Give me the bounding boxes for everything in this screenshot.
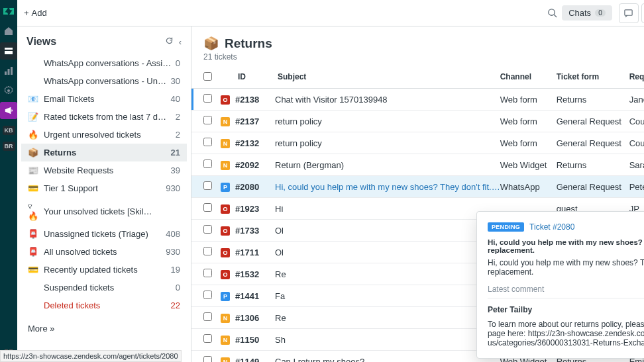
status-tag: O [221, 226, 230, 236]
collapse-icon[interactable]: ‹ [179, 37, 182, 47]
rail-badge-kb[interactable]: KB [3, 126, 15, 135]
view-icon: 📮 [28, 247, 40, 257]
ticket-channel: Web form [500, 95, 557, 105]
view-item[interactable]: 📧Email Tickets40 [21, 90, 187, 108]
conversations-icon[interactable] [619, 3, 639, 23]
view-icon: 📧 [28, 94, 40, 104]
status-tag: P [221, 183, 230, 192]
ticket-subject: Can I return my shoes? [275, 357, 500, 363]
campaign-icon[interactable] [0, 102, 17, 119]
ticket-row[interactable]: N#2132return policyWeb formGeneral Reque… [191, 132, 644, 154]
chats-pill[interactable]: Chats 0 [562, 5, 612, 21]
view-icon: 💳 [28, 183, 40, 193]
view-icon: ▿ 🔥 [28, 201, 40, 221]
view-item[interactable]: 📰Website Requests39 [21, 161, 187, 179]
ticket-id: #1532 [235, 269, 275, 279]
ticket-form: General Request [557, 138, 629, 148]
svg-rect-3 [8, 69, 10, 75]
home-icon[interactable] [0, 23, 17, 40]
status-tag: N [221, 139, 230, 148]
ticket-id: #1441 [235, 291, 275, 301]
svg-rect-4 [11, 67, 13, 75]
col-id[interactable]: ID [238, 72, 278, 83]
view-item[interactable]: Deleted tickets22 [21, 296, 187, 314]
ticket-preview-popover: PENDING Ticket #2080 Hi, could you help … [476, 211, 644, 359]
ticket-row[interactable]: N#2092Return (Bergman)Web WidgetReturnsS… [191, 154, 644, 176]
ticket-channel: Web form [500, 138, 557, 148]
status-tag: O [221, 270, 230, 279]
view-count: 408 [166, 229, 180, 239]
view-item[interactable]: 💳Recently updated tickets19 [21, 261, 187, 279]
row-checkbox[interactable] [203, 247, 212, 255]
ticket-subject: Fa [275, 291, 500, 301]
row-checkbox[interactable] [203, 203, 212, 212]
row-checkbox[interactable] [203, 159, 212, 168]
view-icon: 💳 [28, 265, 40, 275]
popover-subject: Hi, could you help me with my new shoes?… [488, 238, 644, 254]
svg-rect-1 [5, 51, 13, 54]
admin-icon[interactable] [0, 82, 17, 99]
search-icon[interactable] [542, 3, 562, 23]
view-item[interactable]: 📮Unassigned tickets (Triage)408 [21, 225, 187, 243]
ticket-row[interactable]: N#2137return policyWeb formGeneral Reque… [191, 111, 644, 132]
ticket-subject: Hi [275, 204, 500, 214]
ticket-subject: return policy [275, 116, 500, 126]
view-icon: 🔥 [28, 130, 40, 140]
row-checkbox[interactable] [203, 181, 212, 190]
row-checkbox[interactable] [203, 116, 212, 124]
view-item[interactable]: 📝Rated tickets from the last 7 d…2 [21, 108, 187, 126]
ticket-subject: Hi, could you help me with my new shoes?… [275, 182, 500, 192]
row-checkbox[interactable] [203, 312, 212, 321]
col-channel[interactable]: Channel [500, 72, 557, 83]
refresh-icon[interactable] [165, 36, 174, 47]
zendesk-logo-icon[interactable] [0, 3, 17, 20]
select-all-checkbox[interactable] [203, 72, 212, 81]
col-requester[interactable]: Requester [629, 72, 644, 83]
view-item[interactable]: 📮All unsolved tickets930 [21, 243, 187, 261]
ticket-row[interactable]: O#2138Chat with Visitor 1570139948Web fo… [191, 89, 644, 111]
row-checkbox[interactable] [203, 94, 212, 103]
view-label: Rated tickets from the last 7 d… [44, 112, 172, 122]
view-label: Your unsolved tickets [Skil… [44, 206, 176, 216]
latest-comment-label: Latest comment [488, 285, 644, 298]
row-checkbox[interactable] [203, 225, 212, 234]
row-checkbox[interactable] [203, 138, 212, 146]
ticket-id: #2080 [235, 182, 275, 192]
view-item[interactable]: 📦Returns21 [21, 144, 187, 161]
ticket-subject: Re [275, 269, 500, 279]
reports-icon[interactable] [0, 62, 17, 79]
ticket-row[interactable]: P#2080Hi, could you help me with my new … [191, 176, 644, 198]
view-item[interactable]: WhatsApp conversations - Unass…30 [21, 72, 187, 90]
view-label: Urgent unresolved tickets [44, 130, 172, 140]
ticket-count: 21 tickets [203, 52, 644, 62]
phone-icon[interactable] [641, 3, 644, 23]
add-button[interactable]: + Add [24, 8, 47, 18]
view-item[interactable]: ▿ 🔥Your unsolved tickets [Skil… [21, 197, 187, 225]
view-item[interactable]: Suspended tickets0 [21, 279, 187, 296]
view-item[interactable]: 🔥Urgent unresolved tickets2 [21, 126, 187, 144]
col-subject[interactable]: Subject [278, 72, 500, 83]
view-item[interactable]: WhatsApp conversations - Assig…0 [21, 54, 187, 72]
view-count: 930 [166, 183, 180, 193]
ticket-id: #1150 [235, 335, 275, 345]
row-checkbox[interactable] [203, 356, 212, 362]
status-tag: N [221, 314, 230, 323]
row-checkbox[interactable] [203, 269, 212, 277]
more-link[interactable]: More » [17, 314, 191, 343]
ticket-requester: Courtney Barnett [629, 116, 644, 126]
popover-ticket-link[interactable]: Ticket #2080 [529, 222, 574, 232]
views-icon[interactable] [0, 42, 17, 60]
row-checkbox[interactable] [203, 334, 212, 343]
rail-badge-br[interactable]: BR [3, 142, 15, 151]
box-icon: 📦 [203, 36, 219, 51]
ticket-form: Returns [557, 95, 629, 105]
view-count: 2 [176, 112, 180, 122]
row-checkbox[interactable] [203, 291, 212, 299]
ticket-requester: Jane Dough [629, 95, 644, 105]
view-item[interactable]: 💳Tier 1 Support930 [21, 179, 187, 197]
status-tag: N [221, 336, 230, 345]
view-label: Tier 1 Support [44, 183, 162, 193]
view-count: 22 [171, 300, 180, 310]
ticket-id: #1711 [235, 248, 275, 257]
col-form[interactable]: Ticket form [557, 72, 629, 83]
